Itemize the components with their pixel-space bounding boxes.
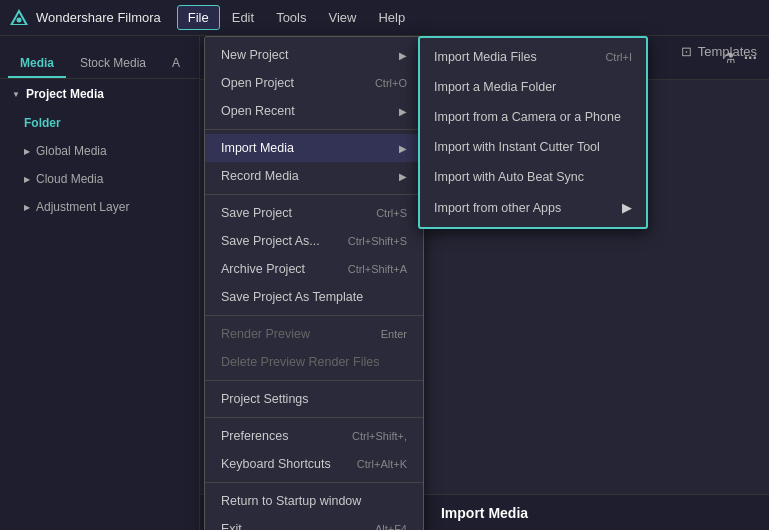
sidebar: Media Stock Media A ▼ Project Media Fold… xyxy=(0,36,200,530)
triangle-icon: ▶ xyxy=(24,147,30,156)
import-submenu-item-folder[interactable]: Import a Media Folder xyxy=(420,72,646,102)
menu-view[interactable]: View xyxy=(318,6,366,29)
import-submenu-item-other[interactable]: Import from other Apps ▶ xyxy=(420,192,646,223)
menu-item-open-project[interactable]: Open Project Ctrl+O xyxy=(205,69,423,97)
menu-item-save-template[interactable]: Save Project As Template xyxy=(205,283,423,311)
tab-stock-media[interactable]: Stock Media xyxy=(68,50,158,78)
sidebar-item-adjustment-layer[interactable]: ▶ Adjustment Layer xyxy=(0,193,199,221)
menu-tools[interactable]: Tools xyxy=(266,6,316,29)
tab-media[interactable]: Media xyxy=(8,50,66,78)
sidebar-tabbar: Media Stock Media A xyxy=(0,44,199,79)
arrow-icon: ▶ xyxy=(399,171,407,182)
menu-item-record-media[interactable]: Record Media ▶ xyxy=(205,162,423,190)
menu-item-render-preview: Render Preview Enter xyxy=(205,320,423,348)
svg-point-2 xyxy=(17,17,22,22)
menu-item-preferences[interactable]: Preferences Ctrl+Shift+, xyxy=(205,422,423,450)
menu-edit[interactable]: Edit xyxy=(222,6,264,29)
menu-item-save-project-as[interactable]: Save Project As... Ctrl+Shift+S xyxy=(205,227,423,255)
separator xyxy=(205,315,423,316)
app-logo: Wondershare Filmora xyxy=(8,7,161,29)
global-media-label: Global Media xyxy=(36,144,107,158)
arrow-icon: ▶ xyxy=(399,143,407,154)
import-submenu-item-camera[interactable]: Import from a Camera or a Phone xyxy=(420,102,646,132)
cloud-media-label: Cloud Media xyxy=(36,172,103,186)
file-menu-dropdown: New Project ▶ Open Project Ctrl+O Open R… xyxy=(204,36,424,530)
menu-item-project-settings[interactable]: Project Settings xyxy=(205,385,423,413)
menu-item-new-project[interactable]: New Project ▶ xyxy=(205,41,423,69)
menu-item-return-startup[interactable]: Return to Startup window xyxy=(205,487,423,515)
folder-label: Folder xyxy=(24,116,61,130)
separator xyxy=(205,194,423,195)
menu-item-keyboard-shortcuts[interactable]: Keyboard Shortcuts Ctrl+Alt+K xyxy=(205,450,423,478)
import-submenu-item-instant[interactable]: Import with Instant Cutter Tool xyxy=(420,132,646,162)
menu-item-exit[interactable]: Exit Alt+F4 xyxy=(205,515,423,530)
bottom-bar-label: Import Media xyxy=(441,505,528,521)
arrow-icon: ▶ xyxy=(399,50,407,61)
app-title: Wondershare Filmora xyxy=(36,10,161,25)
import-submenu-item-beat[interactable]: Import with Auto Beat Sync xyxy=(420,162,646,192)
menubar: File Edit Tools View Help xyxy=(177,5,415,30)
tab-audio[interactable]: A xyxy=(160,50,192,78)
separator xyxy=(205,482,423,483)
titlebar: Wondershare Filmora File Edit Tools View… xyxy=(0,0,769,36)
menu-item-open-recent[interactable]: Open Recent ▶ xyxy=(205,97,423,125)
sidebar-item-folder[interactable]: Folder xyxy=(0,109,199,137)
sidebar-item-cloud-media[interactable]: ▶ Cloud Media xyxy=(0,165,199,193)
triangle-icon: ▼ xyxy=(12,90,20,99)
arrow-icon: ▶ xyxy=(622,200,632,215)
templates-label: Templates xyxy=(698,44,757,59)
separator xyxy=(205,380,423,381)
menu-item-archive-project[interactable]: Archive Project Ctrl+Shift+A xyxy=(205,255,423,283)
separator xyxy=(205,129,423,130)
filmora-logo-icon xyxy=(8,7,30,29)
templates-tab[interactable]: ⊡ Templates xyxy=(669,36,769,67)
menu-file[interactable]: File xyxy=(177,5,220,30)
menu-item-import-media[interactable]: Import Media ▶ xyxy=(205,134,423,162)
import-submenu: Import Media Files Ctrl+I Import a Media… xyxy=(418,36,648,229)
separator xyxy=(205,417,423,418)
templates-icon: ⊡ xyxy=(681,44,692,59)
menu-item-delete-preview: Delete Preview Render Files xyxy=(205,348,423,376)
triangle-icon: ▶ xyxy=(24,203,30,212)
menu-item-save-project[interactable]: Save Project Ctrl+S xyxy=(205,199,423,227)
adjustment-layer-label: Adjustment Layer xyxy=(36,200,129,214)
arrow-icon: ▶ xyxy=(399,106,407,117)
import-submenu-item-files[interactable]: Import Media Files Ctrl+I xyxy=(420,42,646,72)
sidebar-item-global-media[interactable]: ▶ Global Media xyxy=(0,137,199,165)
project-media-header: ▼ Project Media xyxy=(0,79,199,109)
triangle-icon: ▶ xyxy=(24,175,30,184)
menu-help[interactable]: Help xyxy=(368,6,415,29)
